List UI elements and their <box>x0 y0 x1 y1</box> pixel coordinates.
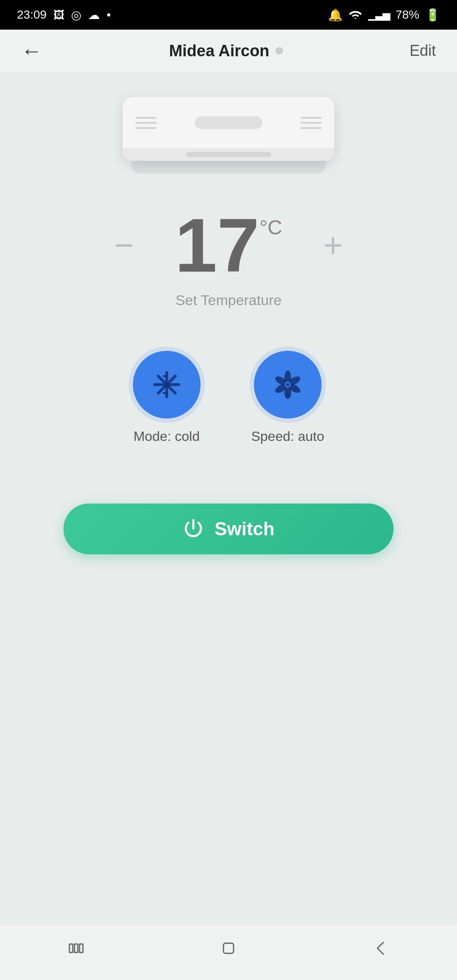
edit-button[interactable]: Edit <box>410 42 436 60</box>
svg-rect-18 <box>69 944 73 952</box>
photo-icon: 🖼 <box>53 8 64 22</box>
snowflake-icon <box>150 368 184 402</box>
svg-rect-5 <box>162 375 167 377</box>
battery-display: 78% <box>396 8 419 22</box>
ac-unit-shadow <box>131 161 326 173</box>
dot-icon: • <box>107 8 111 22</box>
signal-icon: ▁▃▅ <box>368 9 390 21</box>
home-icon <box>217 937 240 959</box>
ac-unit-top <box>123 97 334 148</box>
mode-circle <box>133 351 201 418</box>
alarm-icon: 🔔 <box>328 8 343 22</box>
status-right: 🔔 ▁▃▅ 78% 🔋 <box>328 8 440 22</box>
temperature-unit: °C <box>259 216 282 239</box>
svg-rect-8 <box>174 384 176 386</box>
status-bar: 23:09 🖼 ◎ ☁ • 🔔 ▁▃▅ 78% 🔋 <box>0 0 457 30</box>
ac-vent-line <box>300 127 322 129</box>
ac-vent-line <box>300 122 322 124</box>
svg-rect-6 <box>162 392 167 394</box>
circle-icon: ◎ <box>71 8 81 22</box>
switch-section: Switch <box>0 504 457 554</box>
status-dot <box>275 47 283 55</box>
time-display: 23:09 <box>17 8 47 22</box>
switch-label: Switch <box>215 518 275 540</box>
home-button[interactable] <box>212 931 245 965</box>
ac-vents-right <box>300 117 322 129</box>
temperature-controls: − 17 °C + <box>107 207 350 284</box>
ac-bottom-vent <box>186 152 271 157</box>
battery-icon: 🔋 <box>425 8 440 22</box>
top-nav: ← Midea Aircon Edit <box>0 30 457 72</box>
ac-vents-left <box>135 117 157 129</box>
svg-rect-20 <box>80 944 83 952</box>
temperature-display: 17 °C <box>175 207 282 284</box>
recent-apps-icon <box>65 937 87 959</box>
switch-button[interactable]: Switch <box>63 504 394 554</box>
power-icon <box>182 518 204 541</box>
mode-speed-section: Mode: cold A <box>133 351 325 444</box>
svg-rect-21 <box>223 943 234 953</box>
cloud-icon: ☁ <box>88 8 100 22</box>
ac-unit-body <box>123 97 334 161</box>
ac-center-vent <box>195 116 262 129</box>
speed-control[interactable]: A Speed: auto <box>251 351 325 444</box>
temperature-label: Set Temperature <box>176 292 282 308</box>
svg-text:A: A <box>285 391 291 399</box>
mode-label: Mode: cold <box>133 429 200 444</box>
speed-circle: A <box>254 351 322 418</box>
decrease-temperature-button[interactable]: − <box>107 228 141 262</box>
ac-unit-image <box>123 97 334 173</box>
power-svg-icon <box>182 518 204 540</box>
bottom-nav <box>0 925 457 980</box>
ac-vent-line <box>135 127 157 129</box>
increase-temperature-button[interactable]: + <box>316 228 350 262</box>
ac-vent-line <box>135 122 157 124</box>
back-button[interactable]: ← <box>21 39 42 63</box>
ac-vent-line <box>135 117 157 119</box>
svg-point-16 <box>286 383 289 386</box>
mode-control[interactable]: Mode: cold <box>133 351 201 444</box>
back-nav-button[interactable] <box>364 931 398 965</box>
svg-rect-19 <box>74 944 78 952</box>
wifi-icon <box>349 8 362 22</box>
main-content: − 17 °C + Set Temperature <box>0 72 457 580</box>
recent-apps-button[interactable] <box>59 931 93 965</box>
temperature-section: − 17 °C + Set Temperature <box>107 207 350 308</box>
back-nav-icon <box>370 937 392 959</box>
temperature-value: 17 <box>175 207 259 284</box>
svg-rect-7 <box>157 384 159 386</box>
page-title: Midea Aircon <box>169 42 283 60</box>
status-left: 23:09 🖼 ◎ ☁ • <box>17 8 111 22</box>
fan-icon: A <box>271 368 305 402</box>
ac-vent-line <box>300 117 322 119</box>
ac-unit-bottom <box>123 148 334 161</box>
speed-label: Speed: auto <box>251 429 325 444</box>
